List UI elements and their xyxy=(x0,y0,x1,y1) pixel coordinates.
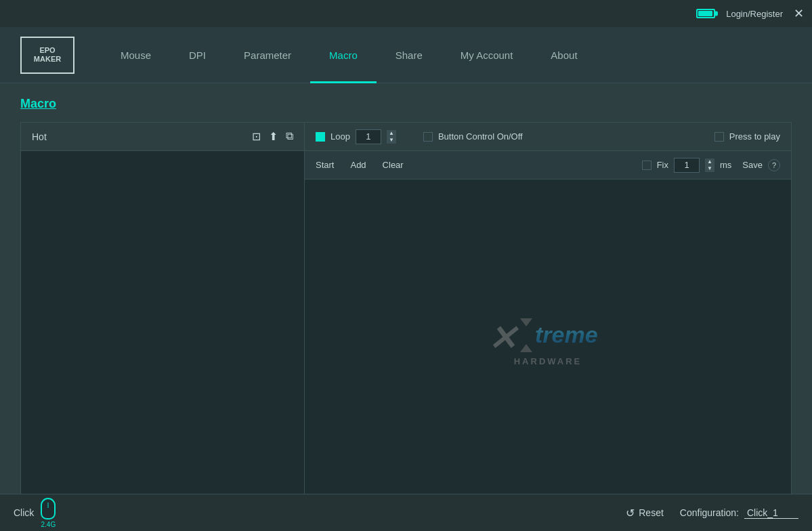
bottom-right: ↺ Reset Configuration: Click_1 xyxy=(626,507,798,519)
svg-marker-0 xyxy=(520,318,532,326)
x-letter: ⨯ xyxy=(488,319,517,354)
start-button[interactable]: Start xyxy=(316,160,334,170)
help-icon[interactable]: ? xyxy=(768,159,780,171)
button-control-checkbox[interactable] xyxy=(423,132,433,142)
left-panel-title: Hot xyxy=(32,131,47,142)
navigation: Mouse DPI Parameter Macro Share My Accou… xyxy=(102,27,792,83)
header: EPOMAKER Mouse DPI Parameter Macro Share… xyxy=(0,27,812,83)
close-button[interactable]: ✕ xyxy=(794,7,804,20)
logo-text: EPOMAKER xyxy=(34,46,61,64)
copy-icon[interactable]: ⧉ xyxy=(286,130,293,143)
fix-decrement-button[interactable]: ▼ xyxy=(705,165,714,172)
bottom-bar: Click 2.4G ↺ Reset Configuration: Click_… xyxy=(0,494,812,531)
main-content: Macro Hot ⊡ ⬆ ⧉ Loop xyxy=(0,83,812,494)
right-panel-body: ⨯ treme xyxy=(305,179,791,494)
right-toolbar: Start Add Clear Fix ▲ ▼ ms Save ? xyxy=(305,151,791,179)
reset-icon: ↺ xyxy=(626,507,635,519)
xh-logo: ⨯ treme xyxy=(488,318,608,355)
loop-checkbox[interactable] xyxy=(316,132,325,142)
left-panel-icons: ⊡ ⬆ ⧉ xyxy=(252,130,293,143)
fix-value-input[interactable] xyxy=(674,158,700,173)
fix-section: Fix ▲ ▼ ms Save ? xyxy=(642,158,780,173)
button-control-section: Button Control On/Off xyxy=(423,131,523,142)
app-logo: EPOMAKER xyxy=(20,37,74,74)
wireless-label: 2.4G xyxy=(41,521,56,528)
loop-decrement-button[interactable]: ▼ xyxy=(387,137,396,144)
loop-spinner: ▲ ▼ xyxy=(387,130,396,144)
loop-value-input[interactable] xyxy=(356,129,381,144)
nav-item-share[interactable]: Share xyxy=(377,27,442,83)
new-macro-icon[interactable]: ⊡ xyxy=(252,130,261,143)
page-title: Macro xyxy=(20,97,792,111)
right-panel-top-bar: Loop ▲ ▼ Button Control On/Off Press to … xyxy=(305,123,791,151)
loop-section: Loop ▲ ▼ xyxy=(316,129,396,144)
fix-increment-button[interactable]: ▲ xyxy=(705,158,714,165)
config-section: Configuration: Click_1 xyxy=(680,507,798,519)
battery-icon xyxy=(696,9,715,18)
press-to-play-section: Press to play xyxy=(714,131,780,142)
watermark: ⨯ treme xyxy=(488,318,608,366)
save-button[interactable]: Save xyxy=(742,160,763,170)
config-value: Click_1 xyxy=(744,507,798,519)
fix-checkbox[interactable] xyxy=(642,161,651,170)
mouse-icon xyxy=(41,498,56,519)
login-register-button[interactable]: Login/Register xyxy=(726,9,783,19)
config-label: Configuration: xyxy=(680,507,739,518)
content-area: Hot ⊡ ⬆ ⧉ Loop ▲ ▼ xyxy=(20,122,792,494)
nav-item-myaccount[interactable]: My Account xyxy=(442,27,532,83)
import-icon[interactable]: ⬆ xyxy=(269,130,278,143)
svg-text:treme: treme xyxy=(535,322,598,347)
fix-label: Fix xyxy=(657,160,668,170)
add-button[interactable]: Add xyxy=(350,160,366,170)
reset-button[interactable]: ↺ Reset xyxy=(626,507,664,519)
ms-label: ms xyxy=(720,160,731,170)
right-panel: Loop ▲ ▼ Button Control On/Off Press to … xyxy=(305,122,792,494)
battery-fill xyxy=(698,11,712,16)
xtreme-svg: treme xyxy=(520,318,608,352)
mouse-icon-container: 2.4G xyxy=(41,498,56,528)
bottom-left: Click 2.4G xyxy=(14,498,56,528)
xh-text-group: treme xyxy=(520,318,608,355)
nav-item-macro[interactable]: Macro xyxy=(310,27,377,83)
left-panel-header: Hot ⊡ ⬆ ⧉ xyxy=(21,123,304,151)
svg-marker-1 xyxy=(520,344,532,352)
nav-item-about[interactable]: About xyxy=(532,27,596,83)
nav-item-mouse[interactable]: Mouse xyxy=(102,27,170,83)
loop-increment-button[interactable]: ▲ xyxy=(387,130,396,137)
loop-label: Loop xyxy=(330,131,350,142)
reset-label: Reset xyxy=(639,507,664,518)
titlebar: Login/Register ✕ xyxy=(0,0,812,27)
nav-item-dpi[interactable]: DPI xyxy=(170,27,225,83)
clear-button[interactable]: Clear xyxy=(383,160,404,170)
nav-item-parameter[interactable]: Parameter xyxy=(225,27,310,83)
left-panel: Hot ⊡ ⬆ ⧉ xyxy=(20,122,305,494)
button-control-label: Button Control On/Off xyxy=(438,131,523,142)
left-panel-body xyxy=(21,151,304,494)
press-to-play-label: Press to play xyxy=(729,131,780,142)
press-to-play-checkbox[interactable] xyxy=(714,132,724,142)
help-icon-label: ? xyxy=(772,161,776,169)
click-label: Click xyxy=(14,507,34,518)
fix-spinner: ▲ ▼ xyxy=(705,158,714,172)
hardware-text: HARDWARE xyxy=(514,356,582,366)
